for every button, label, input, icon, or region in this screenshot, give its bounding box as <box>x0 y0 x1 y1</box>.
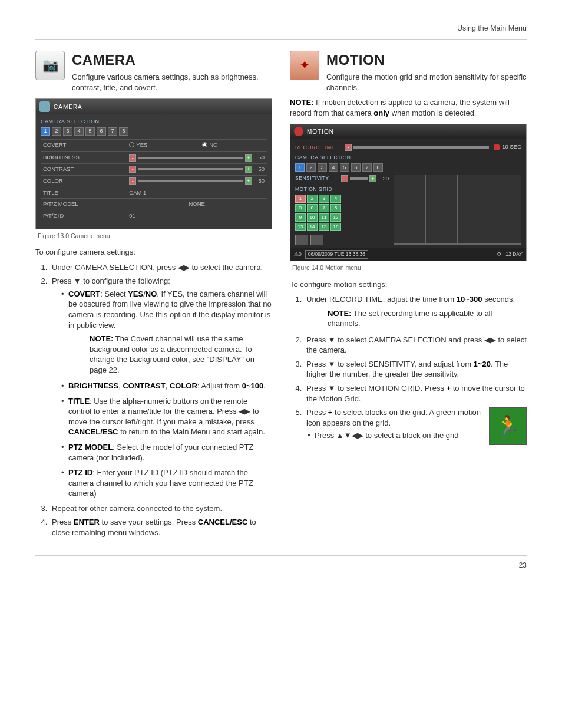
brightness-label: BRIGHTNESS <box>41 152 127 164</box>
ptz-id-label: P/T/Z ID <box>41 210 127 222</box>
motion-step-1-note: NOTE: The set recording time is applicab… <box>306 308 527 329</box>
ptz-model-label: P/T/Z MODEL <box>41 199 127 210</box>
camera-heading: CAMERA <box>72 51 272 70</box>
camera-num-2: 2 <box>52 127 61 136</box>
motion-top-note: NOTE: If motion detection is applied to … <box>290 97 527 118</box>
covert-label: COVERT <box>41 139 127 152</box>
page-footer: 23 <box>35 555 527 570</box>
down-arrow-icon: ▼ <box>74 276 81 286</box>
ptz-model-value: NONE <box>127 199 267 210</box>
title-value: CAM 1 <box>127 187 267 199</box>
ptz-id-value: 01 <box>127 210 267 222</box>
header-text: Using the Main Menu <box>457 24 527 32</box>
camera-selection-label: CAMERA SELECTION <box>41 118 267 125</box>
motion-icon: ✦ <box>290 51 319 80</box>
covert-note: NOTE: The Covert channel will use the sa… <box>68 334 272 375</box>
camera-num-4: 4 <box>74 127 84 136</box>
status-disk-icon: ⟳ <box>497 251 502 258</box>
motion-step-3: Press ▼ to select SENSITIVITY, and adjus… <box>304 359 527 380</box>
camera-figure-caption: Figure 13.0 Camera menu <box>38 232 272 240</box>
motion-num-4: 4 <box>329 163 338 172</box>
motion-camera-numbers: 1 2 3 4 5 6 7 8 <box>295 163 521 172</box>
motion-num-8: 8 <box>373 163 383 172</box>
color-slider: -+50 <box>129 177 265 185</box>
motion-num-2: 2 <box>306 163 316 172</box>
camera-step-1: Under CAMERA SELECTION, press ◀▶ to sele… <box>49 262 272 273</box>
camera-num-7: 7 <box>108 127 117 136</box>
motion-menu-title-icon <box>294 127 303 136</box>
left-right-arrow-icon: ◀▶ <box>239 406 250 417</box>
covert-no-radio: NO <box>202 141 217 149</box>
left-right-arrow-icon: ◀▶ <box>484 335 496 345</box>
camera-step-2-bullets: COVERT: Select YES/NO. If YES, the camer… <box>52 289 272 499</box>
camera-num-1: 1 <box>41 127 50 136</box>
camera-menu-title-icon <box>39 101 50 112</box>
motion-num-5: 5 <box>340 163 349 172</box>
bullet-bcc: BRIGHTNESS, CONTRAST, COLOR: Adjust from… <box>68 381 272 391</box>
bullet-covert: COVERT: Select YES/NO. If YES, the camer… <box>68 289 272 375</box>
record-time-value: 10 SEC <box>502 143 521 151</box>
motion-num-7: 7 <box>362 163 372 172</box>
down-arrow-icon: ▼ <box>328 335 336 345</box>
contrast-label: CONTRAST <box>41 164 127 176</box>
camera-settings-table: COVERT YES NO BRIGHTNESS -+50 CONTRAST <box>41 139 267 222</box>
down-arrow-icon: ▼ <box>328 359 336 370</box>
status-days: 12 DAY <box>505 251 523 258</box>
motion-step-1: Under RECORD TIME, adjust the time from … <box>304 294 527 329</box>
camera-step-4: Press ENTER to save your settings. Press… <box>49 517 272 538</box>
motion-menu-title: MOTION <box>307 128 334 136</box>
camera-num-5: 5 <box>85 127 95 136</box>
motion-step-5-sub-item: Press ▲▼◀▶ to select a block on the grid <box>315 430 527 441</box>
page-header: Using the Main Menu <box>35 24 527 40</box>
camera-num-6: 6 <box>97 127 106 136</box>
down-arrow-icon: ▼ <box>328 383 336 394</box>
title-label: TITLE <box>41 187 127 199</box>
motion-instructions-lead: To configure motion settings: <box>290 279 527 290</box>
color-label: COLOR <box>41 175 127 187</box>
bullet-ptz-model: PTZ MODEL: Select the model of your conn… <box>68 442 272 463</box>
two-column-layout: 📷 CAMERA Configure various camera settin… <box>35 51 527 542</box>
motion-column: ✦ MOTION Configure the motion grid and m… <box>290 51 527 542</box>
motion-status-bar: ⚠0 06/09/2009 TUE 13:38:36 ⟳ 12 DAY <box>290 248 526 261</box>
camera-section-head: 📷 CAMERA Configure various camera settin… <box>35 51 272 93</box>
motion-menu-titlebar: MOTION <box>290 124 526 139</box>
status-alert-icon: ⚠0 <box>294 251 302 258</box>
motion-preview-grid <box>394 175 521 245</box>
motion-num-1: 1 <box>295 163 305 172</box>
record-time-slider: - <box>345 144 489 151</box>
camera-instructions-lead: To configure camera settings: <box>35 247 272 258</box>
motion-grid-numbers: 1234 5678 9101112 13141516 <box>295 195 389 231</box>
record-indicator-icon <box>494 144 500 150</box>
brightness-slider: -+50 <box>129 154 265 162</box>
page-number: 23 <box>519 561 527 569</box>
sensitivity-label: SENSITIVITY <box>295 175 336 182</box>
motion-num-3: 3 <box>318 163 327 172</box>
all-arrows-icon: ▲▼◀▶ <box>336 430 363 441</box>
motion-step-5-sub: Press ▲▼◀▶ to select a block on the grid <box>306 430 527 441</box>
motion-step-2: Press ▼ to select CAMERA SELECTION and p… <box>304 335 527 355</box>
motion-section-head: ✦ MOTION Configure the motion grid and m… <box>290 51 527 93</box>
motion-intro: Configure the motion grid and motion sen… <box>326 72 527 93</box>
covert-yes-radio: YES <box>129 141 147 149</box>
camera-num-3: 3 <box>63 127 72 136</box>
motion-num-6: 6 <box>351 163 361 172</box>
bullet-ptz-id: PTZ ID: Enter your PTZ ID (PTZ ID should… <box>68 467 272 499</box>
camera-column: 📷 CAMERA Configure various camera settin… <box>35 51 272 542</box>
camera-num-8: 8 <box>119 127 128 136</box>
camera-menu-titlebar: CAMERA <box>36 99 272 114</box>
motion-figure-caption: Figure 14.0 Motion menu <box>292 263 527 272</box>
motion-step-4: Press ▼ to select MOTION GRID. Press + t… <box>304 383 527 404</box>
record-time-row: RECORD TIME - 10 SEC <box>295 143 521 151</box>
motion-cam-sel-label: CAMERA SELECTION <box>295 154 521 161</box>
contrast-slider: -+50 <box>129 166 265 173</box>
left-right-arrow-icon: ◀▶ <box>178 262 190 273</box>
motion-step-5: 🏃 Press + to select blocks on the grid. … <box>304 407 527 441</box>
camera-icon: 📷 <box>35 51 65 80</box>
motion-grid-label: MOTION GRID <box>295 186 389 193</box>
motion-grid-tool-icons <box>295 235 389 245</box>
camera-menu-title: CAMERA <box>54 103 82 111</box>
camera-intro: Configure various camera settings, such … <box>72 72 272 93</box>
motion-steps: Under RECORD TIME, adjust the time from … <box>290 294 527 441</box>
status-datetime: 06/09/2009 TUE 13:38:36 <box>305 250 368 259</box>
record-time-label: RECORD TIME <box>295 144 340 151</box>
